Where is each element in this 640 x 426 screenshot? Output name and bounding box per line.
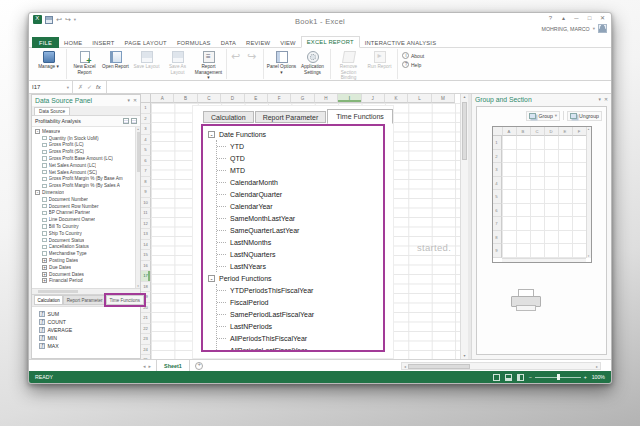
manage-button[interactable]: Manage ▾ <box>33 49 64 70</box>
tf-item-ytdperiodsthisfiscalyear[interactable]: YTDPeriodsThisFiscalYear <box>217 284 383 296</box>
tf-item-samequarterlastyear[interactable]: SameQuarterLastYear <box>217 224 383 236</box>
ribbon-tab-data[interactable]: DATA <box>216 38 241 48</box>
row-header-13[interactable]: 13 <box>141 229 151 240</box>
normal-view-icon[interactable] <box>493 374 500 381</box>
tree-item-measure[interactable]: -Measure <box>33 128 133 135</box>
column-header-l[interactable]: L <box>408 94 431 103</box>
help-button[interactable]: Help <box>402 61 424 68</box>
row-header-18[interactable]: 18 <box>141 282 151 293</box>
column-header-f[interactable]: F <box>268 94 291 103</box>
tree-item-merchandise-type[interactable]: Merchandise Type <box>33 250 133 257</box>
row-header-21[interactable]: 21 <box>141 313 151 324</box>
checkbox-icon[interactable] <box>42 156 47 161</box>
checkbox-icon[interactable] <box>42 211 47 216</box>
tf-tab-report-parameter[interactable]: Report Parameter <box>255 111 327 123</box>
row-header-22[interactable]: 22 <box>141 324 151 335</box>
new-excel-report-button[interactable]: New Excel Report <box>69 49 100 75</box>
tf-item-fiscalperiod[interactable]: FiscalPeriod <box>217 296 383 308</box>
tree-item-document-row-number[interactable]: Document Row Number <box>33 203 133 210</box>
tree-item-quantity-in-stock-uom[interactable]: Quantity (In Stock UoM) <box>33 135 133 142</box>
checkbox-icon[interactable] <box>42 218 47 223</box>
column-header-j[interactable]: J <box>362 94 385 103</box>
row-header-11[interactable]: 11 <box>141 208 151 219</box>
expand-icon[interactable]: + <box>42 265 47 270</box>
tree-item-posting-dates[interactable]: +Posting Dates <box>33 257 133 264</box>
tf-tab-time-functions[interactable]: Time Functions <box>327 109 393 124</box>
function-item-max[interactable]: MAX <box>39 342 140 350</box>
open-report-button[interactable]: Open Report <box>100 49 131 70</box>
tf-item-samemonthlastyear[interactable]: SameMonthLastYear <box>217 212 383 224</box>
prev-sheet-icon[interactable] <box>143 363 146 369</box>
collapse-icon[interactable]: - <box>208 275 215 282</box>
column-header-g[interactable]: G <box>291 94 314 103</box>
scrollbar-thumb[interactable] <box>408 364 470 369</box>
ribbon-tab-excel-report[interactable]: EXCEL REPORT <box>301 36 360 48</box>
tree-item-cancellation-status[interactable]: Cancellation Status <box>33 244 133 251</box>
tree-item-ship-to-country[interactable]: Ship To Country <box>33 230 133 237</box>
zoom-in-button[interactable] <box>584 374 587 380</box>
ribbon-tab-file[interactable]: FILE <box>32 37 59 48</box>
function-item-sum[interactable]: SUM <box>39 310 140 318</box>
tree-item-gross-profit-base-amount-lc[interactable]: Gross Profit Base Amount (LC) <box>33 155 133 162</box>
cancel-icon[interactable] <box>78 82 83 92</box>
tree-item-document-number[interactable]: Document Number <box>33 196 133 203</box>
row-header-17[interactable]: 17 <box>141 271 151 282</box>
tf-item-ytd[interactable]: YTD <box>217 140 383 152</box>
minimize-icon[interactable]: ─ <box>572 15 581 22</box>
checkbox-icon[interactable] <box>42 238 47 243</box>
row-header-7[interactable]: 7 <box>141 166 151 177</box>
tree-item-net-sales-amount-lc[interactable]: Net Sales Amount (LC) <box>33 162 133 169</box>
row-header-3[interactable]: 3 <box>141 124 151 135</box>
checkbox-icon[interactable] <box>42 163 47 168</box>
application-settings-button[interactable]: Application Settings <box>297 49 328 75</box>
ribbon-tab-page-layout[interactable]: PAGE LAYOUT <box>120 38 172 48</box>
panel-tab-time-functions[interactable]: Time Functions <box>106 295 144 305</box>
column-header-c[interactable]: C <box>198 94 221 103</box>
checkbox-icon[interactable] <box>42 150 47 155</box>
row-header-8[interactable]: 8 <box>141 177 151 188</box>
new-sheet-button[interactable] <box>195 362 203 370</box>
function-item-min[interactable]: MIN <box>39 334 140 342</box>
zoom-out-button[interactable] <box>529 374 532 380</box>
checkbox-icon[interactable] <box>42 170 47 175</box>
column-header-k[interactable]: K <box>385 94 408 103</box>
tf-tab-calculation[interactable]: Calculation <box>203 111 254 123</box>
tree-item-due-dates[interactable]: +Due Dates <box>33 264 133 271</box>
checkbox-icon[interactable] <box>42 177 47 182</box>
next-sheet-icon[interactable] <box>149 363 152 369</box>
checkbox-icon[interactable] <box>42 197 47 202</box>
checkbox-icon[interactable] <box>42 224 47 229</box>
ungroup-button[interactable]: Ungroup <box>567 111 602 121</box>
tf-item-calendarmonth[interactable]: CalendarMonth <box>217 176 383 188</box>
tf-item-calendaryear[interactable]: CalendarYear <box>217 200 383 212</box>
scrollbar-thumb[interactable] <box>38 290 78 293</box>
row-header-10[interactable]: 10 <box>141 198 151 209</box>
tree-item-bp-channel-partner[interactable]: BP Channel Partner <box>33 210 133 217</box>
row-header-9[interactable]: 9 <box>141 187 151 198</box>
select-all-corner[interactable] <box>141 94 151 103</box>
table-icon[interactable] <box>123 118 129 124</box>
row-header-14[interactable]: 14 <box>141 240 151 251</box>
close-icon[interactable]: ✕ <box>133 98 137 103</box>
enter-icon[interactable] <box>87 82 92 92</box>
row-header-5[interactable]: 5 <box>141 145 151 156</box>
column-header-m[interactable]: M <box>432 94 455 103</box>
function-item-average[interactable]: AVERAGE <box>39 326 140 334</box>
column-header-h[interactable]: H <box>315 94 338 103</box>
horizontal-scrollbar[interactable] <box>401 362 601 370</box>
checkbox-icon[interactable] <box>42 231 47 236</box>
tree-h-scrollbar[interactable] <box>32 288 140 294</box>
tree-item-document-status[interactable]: Document Status <box>33 237 133 244</box>
expand-icon[interactable]: + <box>42 258 47 263</box>
undo-icon[interactable]: ↩ <box>56 16 62 24</box>
restore-icon[interactable]: □ <box>585 15 594 22</box>
save-icon[interactable] <box>45 16 53 24</box>
tree-item-dimension[interactable]: -Dimension <box>33 189 133 196</box>
checkbox-icon[interactable] <box>42 136 47 141</box>
tree-item-gross-profit-lc[interactable]: Gross Profit (LC) <box>33 142 133 149</box>
panel-options-button[interactable]: Panel Options ▾ <box>266 49 297 75</box>
tf-item-qtd[interactable]: QTD <box>217 152 383 164</box>
tree-item-financial-period[interactable]: +Financial Period <box>33 278 133 285</box>
tf-item-lastnyears[interactable]: LastNYears <box>217 260 383 272</box>
row-header-4[interactable]: 4 <box>141 135 151 146</box>
